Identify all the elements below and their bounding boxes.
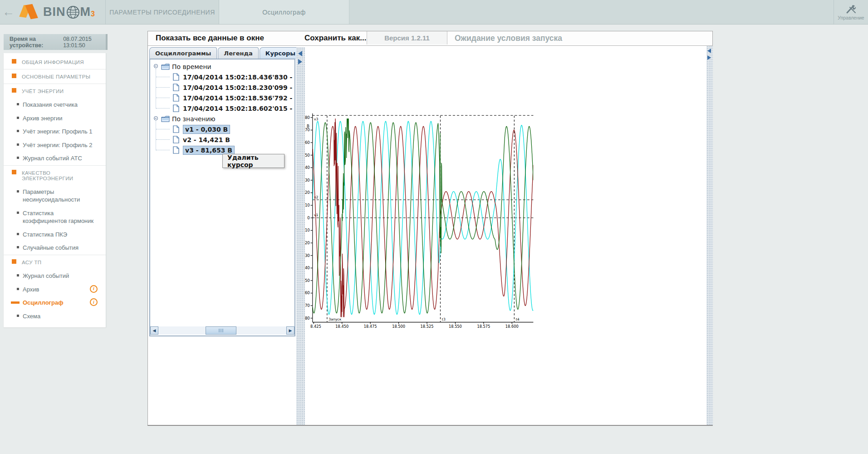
sidebar-item-link[interactable]: Случайные события (4, 241, 106, 255)
tree-cursor-item[interactable]: 17/04/2014 15:02:18.536'792 - t3 (151, 93, 293, 103)
scroll-right-button[interactable]: ▶ (286, 326, 294, 335)
y-tick-label: -60 (305, 291, 310, 295)
time-cursor-label[interactable]: Запуск (329, 317, 341, 321)
arrow-left-icon: ← (2, 6, 15, 18)
y-tick-label: 10 (305, 203, 310, 207)
sidebar-item-link[interactable]: Статистика коэффициентов гармоник (4, 207, 106, 228)
x-tick-label: 18.575 (477, 324, 490, 329)
sidebar-section[interactable]: АСУ ТП (4, 255, 106, 269)
tree-cursor-label: v1 - 0,030 В (183, 126, 230, 133)
left-splitter[interactable] (296, 47, 305, 425)
file-icon (173, 136, 179, 143)
sidebar-section[interactable]: УЧЁТ ЭНЕРГИИ (4, 84, 106, 98)
oscillograph-window: Показать все данные в окне Сохранить как… (147, 31, 713, 426)
cursors-tree-viewport: По времени17/04/2014 15:02:18.436'830 - … (149, 59, 295, 336)
tree-cursor-label: v3 - 81,653 В (183, 147, 235, 154)
sidebar-item-link[interactable]: Показания счетчика (4, 98, 106, 112)
device-time-label: Время на устройстве: (10, 36, 60, 49)
save-as-button[interactable]: Сохранить как... (304, 31, 366, 45)
value-cursor-label[interactable]: v1 (314, 213, 319, 217)
horizontal-scrollbar[interactable]: ◀ ▶ (150, 326, 294, 335)
orange-square-bullet (12, 170, 16, 174)
header-tab-connection-params[interactable]: ПАРАМЕТРЫ ПРИСОЕДИНЕНИЯ (106, 0, 219, 24)
y-tick-label: -30 (305, 253, 310, 258)
tree-cursor-item[interactable]: 17/04/2014 15:02:18.602'015 - t4 (151, 103, 293, 114)
tree-cursor-label: 17/04/2014 15:02:18.436'830 - Запуск (183, 74, 295, 81)
sidebar-item-link[interactable]: Журнал событий (4, 269, 106, 283)
panel-tab-легенда[interactable]: Легенда (218, 47, 258, 59)
tree-collapse-toggle[interactable] (154, 116, 158, 120)
x-tick-label: 18.475 (364, 324, 377, 329)
scrollbar-thumb[interactable] (206, 326, 236, 335)
sidebar-section-label: АСУ ТП (22, 260, 42, 265)
tree-collapse-toggle[interactable] (154, 64, 158, 68)
expand-right-icon[interactable] (298, 59, 302, 64)
sidebar-item-link[interactable]: Журнал событий АТС (4, 152, 106, 165)
oscillogram-chart[interactable]: 80706050403020100-10-20-30-40-50-60-70-8… (305, 46, 706, 425)
square-bullet (11, 301, 20, 304)
sidebar-item-link[interactable]: Учёт энергии: Профиль 2 (4, 138, 106, 152)
sidebar-item-link[interactable]: Архивi (4, 283, 106, 296)
square-bullet (17, 288, 19, 290)
square-bullet (17, 157, 19, 159)
file-icon (173, 94, 179, 102)
y-tick-label: -80 (305, 316, 310, 321)
square-bullet (17, 143, 19, 146)
show-all-data-button[interactable]: Показать все данные в окне (156, 31, 264, 45)
back-button[interactable]: ← (0, 0, 17, 24)
sidebar-item-label: Статистика коэффициентов гармоник (23, 210, 93, 225)
sidebar-item-link[interactable]: Параметры несинусоидальности (4, 185, 106, 207)
tree-cursor-item[interactable]: 17/04/2014 15:02:18.230'099 - t2 (151, 82, 293, 93)
file-icon (173, 84, 179, 91)
info-icon[interactable]: i (90, 298, 98, 306)
sidebar-item-link[interactable]: Статистика ПКЭ (4, 228, 106, 242)
x-tick-label: 18.550 (449, 324, 462, 329)
globe-icon (66, 5, 80, 19)
panel-tab-курсоры[interactable]: Курсоры (260, 47, 301, 59)
value-cursor-label[interactable]: v3 (314, 117, 319, 121)
version-badge: Версия 1.2.11 (367, 31, 447, 44)
file-icon (173, 73, 179, 81)
expand-left-icon[interactable] (707, 55, 711, 60)
orange-square-bullet (12, 74, 16, 78)
sidebar-section[interactable]: ОБЩАЯ ИНФОРМАЦИЯ (4, 55, 106, 69)
sidebar-section[interactable]: ОСНОВНЫЕ ПАРАМЕТРЫ (4, 69, 106, 84)
time-cursor-label[interactable]: t3 (442, 317, 446, 321)
file-icon (173, 104, 179, 112)
scroll-left-button[interactable]: ◀ (150, 326, 158, 335)
file-icon (173, 125, 179, 133)
tree-group-row[interactable]: По времени (151, 61, 293, 72)
sidebar-item-link[interactable]: Архив энергии (4, 112, 106, 125)
sidebar-section[interactable]: КАЧЕСТВО ЭЛЕКТРОЭНЕРГИИ (4, 165, 106, 185)
sidebar-item-link[interactable]: Учёт энергии: Профиль 1 (4, 125, 106, 138)
sidebar-item-active[interactable]: Осциллографi (4, 296, 106, 310)
collapse-left-icon[interactable] (298, 51, 302, 56)
tree-group-row[interactable]: По значению (151, 114, 293, 124)
sidebar-item-label: Параметры несинусоидальности (23, 188, 80, 203)
delete-cursor-menu-item[interactable]: Удалить курсор (222, 154, 284, 168)
sidebar-item-link[interactable]: Схема (4, 310, 106, 323)
right-splitter[interactable] (706, 46, 713, 425)
collapse-right-icon[interactable] (707, 49, 711, 53)
tree-cursor-item[interactable]: v2 - 14,421 В (151, 134, 293, 145)
panel-tabs: ОсциллограммыЛегендаКурсоры (149, 47, 302, 59)
device-time-value: 08.07.2015 13:01:50 (63, 36, 106, 49)
app-header: ← BIN M 3 ПАРАМЕТРЫ ПРИСОЕДИНЕНИЯ Осцилл… (0, 0, 868, 25)
tree-cursor-item[interactable]: v1 - 0,030 В (151, 124, 293, 134)
manage-button[interactable]: Управление (834, 0, 868, 24)
tree-cursor-item[interactable]: 17/04/2014 15:02:18.436'830 - Запуск (151, 72, 293, 82)
time-cursor-label[interactable]: t4 (516, 317, 520, 321)
y-tick-label: 30 (305, 178, 310, 183)
device-time-bar: Время на устройстве: 08.07.2015 13:01:50 (4, 34, 108, 50)
y-tick-label: 40 (305, 165, 310, 170)
manage-label: Управление (838, 15, 864, 20)
panel-tab-осциллограммы[interactable]: Осциллограммы (149, 47, 217, 59)
square-bullet (17, 130, 19, 132)
sidebar-item-label: Показания счетчика (23, 101, 78, 108)
info-icon[interactable]: i (90, 285, 98, 293)
sidebar-section-label: ОБЩАЯ ИНФОРМАЦИЯ (22, 59, 84, 65)
orange-square-bullet (12, 259, 16, 264)
binom3-logo[interactable]: BIN M 3 (17, 0, 106, 24)
header-tab-oscillograph[interactable]: Осциллограф (219, 0, 349, 24)
tree-cursor-label: v2 - 14,421 В (183, 136, 230, 143)
